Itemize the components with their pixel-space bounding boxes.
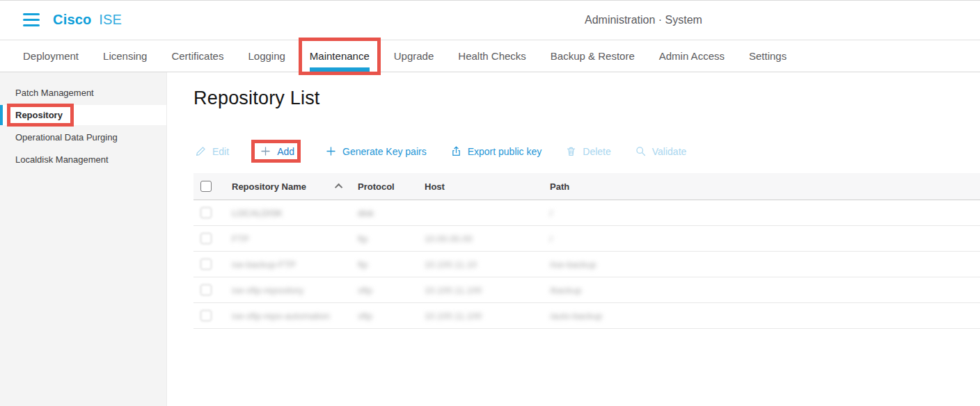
cell-protocol: sftp [358,311,425,321]
add-button[interactable]: Add [260,145,294,157]
cell-repository-name: LOCALDISK [232,208,358,218]
table-row[interactable]: FTP ftp 10.00.00.00 / [193,226,980,252]
sidebar-item-patch-management[interactable]: Patch Management [0,83,166,103]
sidebar-item-repository[interactable]: Repository [0,105,166,125]
menu-icon[interactable] [23,13,40,26]
tab-deployment[interactable]: Deployment [23,40,79,72]
trash-icon [565,145,577,157]
pencil-icon [195,145,207,157]
cell-protocol: ftp [358,259,425,270]
export-icon [450,145,462,157]
validate-button[interactable]: Validate [635,145,687,157]
select-all-checkbox[interactable] [200,181,212,192]
page-title: Repository List [193,88,320,109]
column-repository-name[interactable]: Repository Name [232,181,306,192]
sidebar-item-operational-data-purging[interactable]: Operational Data Purging [0,127,166,147]
table-row[interactable]: LOCALDISK disk / [193,200,980,226]
table-header-row: Repository Name Protocol Host Path [193,173,980,200]
tab-settings[interactable]: Settings [749,40,787,72]
delete-button[interactable]: Delete [565,145,610,157]
cell-path: / [550,234,980,244]
export-public-key-button[interactable]: Export public key [450,145,542,157]
cell-repository-name: ise-backup-FTP [232,259,358,270]
brand-cisco: Cisco [53,12,91,27]
plus-icon [260,145,271,157]
table-row[interactable]: ise-sftp-repository sftp 10.100.11.100 /… [193,277,980,303]
cell-repository-name: ise-sftp-repo-automation [232,311,358,321]
cell-host: 10.100.11.10 [425,259,550,270]
cell-protocol: sftp [358,285,425,295]
cell-repository-name: FTP [232,234,358,244]
toolbar: Edit Add Generate Key pairs [195,145,686,157]
tab-upgrade[interactable]: Upgrade [394,40,434,72]
row-checkbox[interactable] [200,233,212,244]
sidebar-item-localdisk-management[interactable]: Localdisk Management [0,149,166,170]
tab-maintenance[interactable]: Maintenance [310,40,370,72]
tab-bar: Deployment Licensing Certificates Loggin… [0,40,980,72]
column-path[interactable]: Path [550,181,980,192]
brand-logo: Cisco ISE [53,12,122,28]
breadcrumb: Administration · System [585,14,702,26]
delete-label: Delete [583,146,610,157]
edit-label: Edit [212,146,229,157]
row-checkbox[interactable] [200,259,212,270]
tab-licensing[interactable]: Licensing [103,40,147,72]
tab-health-checks[interactable]: Health Checks [458,40,526,72]
cell-host: 10.00.00.00 [425,234,550,244]
sort-asc-icon[interactable] [335,184,342,191]
sidebar: Patch Management Repository Operational … [0,72,167,406]
cell-path: / [550,208,980,218]
row-checkbox[interactable] [200,207,212,218]
plus-icon [325,145,337,157]
main-content: Repository List Edit Add [167,72,980,406]
cell-protocol: ftp [358,234,425,244]
cell-repository-name: ise-sftp-repository [232,285,358,295]
row-checkbox[interactable] [200,284,212,295]
active-tab-underline [310,67,370,72]
tab-admin-access[interactable]: Admin Access [659,40,725,72]
tab-maintenance-label: Maintenance [310,50,370,62]
cell-host: 10.100.11.100 [425,285,550,295]
table-row[interactable]: ise-sftp-repo-automation sftp 10.100.11.… [193,303,980,329]
sidebar-item-repository-label: Repository [15,110,63,120]
cell-path: /auto-backup [550,311,980,321]
export-public-key-label: Export public key [468,146,542,157]
generate-key-pairs-button[interactable]: Generate Key pairs [325,145,427,157]
tab-logging[interactable]: Logging [248,40,285,72]
magnifier-icon [635,145,647,157]
cell-path: /ise-backup [550,259,980,270]
cisco-ise-app: Cisco ISE Administration · System Deploy… [0,0,980,406]
column-host[interactable]: Host [425,181,550,192]
repository-table: Repository Name Protocol Host Path LOCAL… [193,173,980,329]
add-label: Add [277,146,294,157]
brand-ise: ISE [99,12,122,27]
cell-protocol: disk [358,208,425,218]
cell-path: /backup [550,285,980,295]
tab-backup-restore[interactable]: Backup & Restore [551,40,635,72]
row-checkbox[interactable] [200,310,212,321]
top-header: Cisco ISE Administration · System [0,1,980,40]
cell-host: 10.100.11.100 [425,311,550,321]
edit-button[interactable]: Edit [195,145,229,157]
tab-certificates[interactable]: Certificates [171,40,223,72]
generate-key-pairs-label: Generate Key pairs [342,146,427,157]
table-row[interactable]: ise-backup-FTP ftp 10.100.11.10 /ise-bac… [193,252,980,277]
column-protocol[interactable]: Protocol [358,181,425,192]
validate-label: Validate [652,146,687,157]
